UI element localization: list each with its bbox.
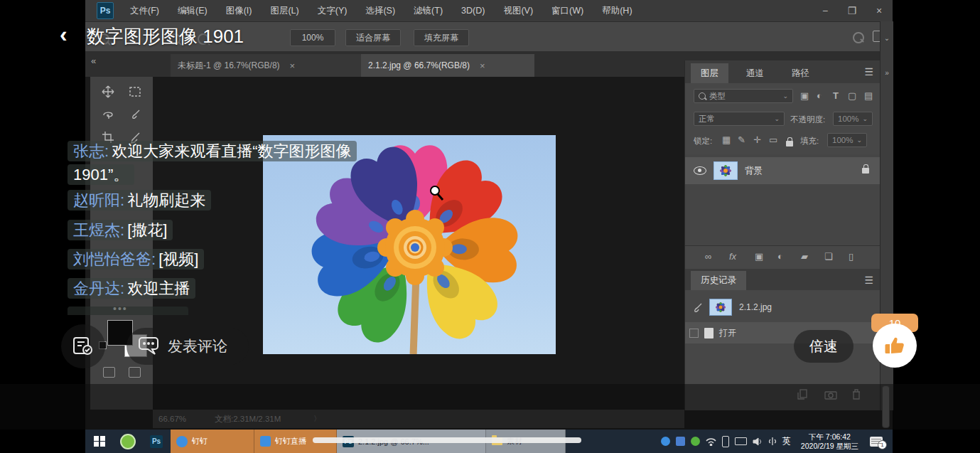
minimize-button[interactable]: −: [812, 0, 839, 21]
restore-button[interactable]: ❐: [839, 0, 866, 21]
tab-channels[interactable]: 通道: [736, 63, 774, 83]
playback-speed-button[interactable]: 倍速: [794, 330, 854, 363]
menu-select[interactable]: 选择(S): [356, 5, 404, 17]
panel-menu-icon[interactable]: ☰: [864, 275, 873, 286]
layer-mask-icon[interactable]: ▣: [755, 251, 763, 262]
page-title: 数字图形图像 1901: [87, 24, 244, 49]
quick-mask-icon[interactable]: [103, 367, 115, 378]
fit-screen-button[interactable]: 适合屏幕: [345, 29, 401, 46]
lock-pixels-icon[interactable]: ✎: [738, 134, 745, 145]
layer-effects-icon[interactable]: fx: [729, 251, 736, 262]
menu-image[interactable]: 图像(I): [217, 5, 262, 17]
filter-type-icon[interactable]: T: [833, 90, 839, 101]
new-layer-icon[interactable]: ❏: [824, 251, 833, 262]
menu-type[interactable]: 文字(Y): [308, 5, 357, 17]
zoom-100-button[interactable]: 100%: [290, 29, 335, 46]
filter-smartobject-icon[interactable]: ▤: [864, 90, 873, 101]
link-layers-icon[interactable]: ∞: [705, 251, 711, 262]
chat-sender: 刘恺怡爸爸:: [73, 250, 156, 268]
menu-file[interactable]: 文件(F): [121, 5, 168, 17]
filter-pixel-icon[interactable]: ▣: [800, 90, 809, 101]
lock-transparency-icon[interactable]: ▦: [722, 134, 731, 145]
tab-paths[interactable]: 路径: [782, 63, 819, 83]
chevron-down-icon[interactable]: ⌄: [881, 34, 893, 42]
battery-icon[interactable]: [735, 437, 747, 445]
layer-thumbnail[interactable]: [714, 161, 738, 180]
panel-menu-icon[interactable]: ☰: [864, 66, 873, 78]
menu-3d[interactable]: 3D(D): [452, 6, 494, 16]
filter-shape-icon[interactable]: ▢: [848, 90, 856, 101]
notification-badge: 1: [878, 440, 887, 449]
menu-edit[interactable]: 编辑(E): [168, 5, 217, 17]
search-icon[interactable]: [853, 32, 864, 46]
layer-row-background[interactable]: 背景: [685, 157, 881, 184]
comment-button[interactable]: 发表评论: [126, 328, 249, 365]
adjustment-layer-icon[interactable]: ◐: [777, 251, 783, 262]
photoshop-menubar: Ps 文件(F) 编辑(E) 图像(I) 图层(L) 文字(Y) 选择(S) 滤…: [85, 0, 893, 21]
opacity-label: 不透明度:: [790, 114, 825, 125]
menu-window[interactable]: 窗口(W): [542, 5, 593, 17]
like-button[interactable]: [873, 324, 917, 368]
tab-close-icon[interactable]: ×: [480, 60, 485, 71]
browser-icon[interactable]: [114, 430, 142, 453]
blend-mode-select[interactable]: 正常 ⌄: [694, 112, 785, 126]
history-snapshot-row[interactable]: 2.1.2.jpg: [685, 295, 881, 319]
layer-group-icon[interactable]: ▰: [801, 251, 808, 262]
back-button[interactable]: ‹: [60, 21, 68, 48]
lock-position-icon[interactable]: ✛: [753, 134, 761, 145]
right-panel-group: 图层 通道 路径 ☰ 类型 ⌄ ▣ ◐ T ▢ ▤ 正常 ⌄ 不透明度:: [684, 60, 881, 410]
chevron-down-icon: ⌄: [856, 137, 862, 144]
tray-antivirus-icon[interactable]: [691, 437, 700, 446]
menu-layer[interactable]: 图层(L): [261, 5, 308, 17]
phone-icon[interactable]: [722, 436, 729, 447]
tab-history[interactable]: 历史记录: [691, 271, 746, 290]
tab-212jpg[interactable]: 2.1.2.jpg @ 66.7%(RGB/8) ×: [361, 54, 534, 77]
filter-adjustment-icon[interactable]: ◐: [817, 90, 822, 101]
photoshop-logo: Ps: [97, 2, 114, 19]
brush-tool-icon[interactable]: [129, 108, 141, 121]
history-panel-header: 历史记录 ☰: [685, 269, 881, 290]
delete-layer-icon[interactable]: ▯: [849, 251, 854, 262]
lock-artboard-icon[interactable]: ▭: [769, 134, 777, 145]
fill-input[interactable]: 100% ⌄: [827, 133, 867, 147]
screen-mode-icon[interactable]: [129, 367, 141, 378]
lasso-tool-icon[interactable]: [102, 108, 114, 121]
link-icon[interactable]: [768, 437, 777, 446]
tray-browser-icon[interactable]: [661, 437, 670, 446]
live-signin-button[interactable]: [61, 324, 105, 368]
home-indicator[interactable]: [313, 437, 581, 443]
tab-layers[interactable]: 图层: [691, 63, 728, 83]
collapse-panel-icon[interactable]: «: [91, 55, 96, 66]
start-button[interactable]: [85, 430, 114, 453]
menu-filter[interactable]: 滤镜(T): [404, 5, 452, 17]
taskbar-clock[interactable]: 下午 7:06:42 2020/2/19 星期三: [801, 432, 858, 451]
menu-view[interactable]: 视图(V): [494, 5, 542, 17]
layer-filter-select[interactable]: 类型 ⌄: [694, 89, 793, 103]
fill-label: 填充:: [800, 136, 819, 146]
close-button[interactable]: ×: [866, 0, 893, 21]
opacity-input[interactable]: 100% ⌄: [833, 112, 873, 126]
fill-screen-button[interactable]: 填充屏幕: [414, 29, 469, 46]
input-method-indicator[interactable]: 英: [782, 435, 791, 447]
layer-visibility-icon[interactable]: [694, 166, 706, 175]
clock-time: 下午 7:06:42: [801, 432, 858, 442]
menu-help[interactable]: 帮助(H): [593, 5, 641, 17]
chat-text: 礼物刷起来: [127, 191, 205, 209]
notification-center-icon[interactable]: 1: [870, 437, 883, 447]
taskbar-dingtalk[interactable]: 钉钉: [171, 430, 254, 453]
expand-panels-icon[interactable]: »: [881, 69, 893, 77]
photoshop-taskbar-icon[interactable]: Ps: [142, 430, 171, 453]
task-check-icon: [72, 336, 94, 356]
marquee-tool-icon[interactable]: [129, 85, 141, 98]
tab-close-icon[interactable]: ×: [290, 60, 296, 71]
move-tool-icon[interactable]: [102, 85, 114, 98]
chevron-down-icon: ⌄: [862, 115, 868, 122]
speaker-icon[interactable]: [753, 437, 763, 446]
chat-sender: 金丹达:: [73, 279, 124, 297]
tab-untitled-1[interactable]: 未标题-1 @ 16.7%(RGB/8) ×: [171, 54, 374, 77]
chat-message: 刘恺怡爸爸:[视频]: [68, 247, 204, 271]
wifi-icon[interactable]: [706, 437, 716, 446]
history-source-checkbox[interactable]: [689, 329, 699, 338]
tray-app-icon[interactable]: [676, 437, 685, 446]
lock-all-icon[interactable]: [786, 137, 793, 149]
